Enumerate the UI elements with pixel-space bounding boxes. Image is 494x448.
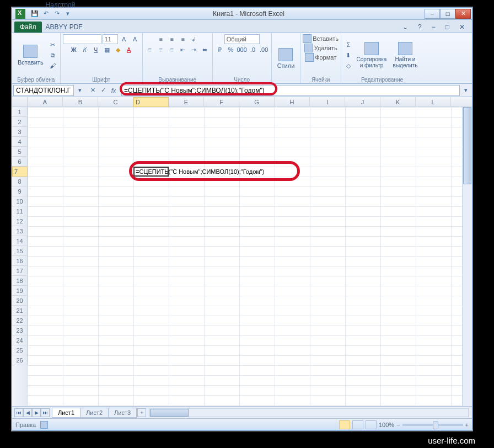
font-size-select[interactable]: 11	[103, 34, 118, 44]
help-icon[interactable]: ?	[414, 22, 426, 33]
view-pagebreak-button[interactable]	[366, 420, 377, 429]
sort-filter-button[interactable]: Сортировка и фильтр	[355, 41, 389, 70]
row-header-1[interactable]: 1	[12, 107, 28, 117]
record-macro-icon[interactable]	[40, 421, 48, 429]
row-header-23[interactable]: 23	[12, 326, 28, 335]
column-header-B[interactable]: B	[63, 97, 98, 106]
format-painter-icon[interactable]: 🖌	[48, 61, 58, 71]
sheet-nav-first[interactable]: ⏮	[14, 408, 23, 417]
row-header-12[interactable]: 12	[12, 216, 28, 226]
row-header-5[interactable]: 5	[12, 147, 28, 157]
vscroll-thumb[interactable]	[463, 107, 471, 184]
row-header-22[interactable]: 22	[12, 316, 28, 326]
column-header-E[interactable]: E	[169, 97, 204, 106]
fx-button[interactable]: fx	[109, 86, 119, 95]
row-header-20[interactable]: 20	[12, 296, 28, 306]
row-header-19[interactable]: 19	[12, 286, 28, 296]
delete-cells-button[interactable]: Удалить	[314, 45, 337, 51]
column-header-J[interactable]: J	[345, 97, 380, 106]
row-header-21[interactable]: 21	[12, 306, 28, 316]
row-header-3[interactable]: 3	[12, 127, 28, 137]
align-bot-icon[interactable]: ≡	[178, 34, 188, 44]
hscroll-thumb[interactable]	[150, 409, 189, 417]
vertical-scrollbar[interactable]	[462, 107, 472, 406]
fill-icon[interactable]: ⬇	[343, 50, 353, 60]
inc-dec-icon[interactable]: .0	[248, 45, 258, 55]
cells-area[interactable]: =СЦЕПИТЬ("С Новым";СИМВОЛ(10);"Годом")	[28, 107, 462, 406]
clear-icon[interactable]: ◇	[343, 61, 353, 71]
column-header-G[interactable]: G	[239, 97, 275, 106]
row-header-13[interactable]: 13	[12, 226, 28, 236]
subwin-min-btn[interactable]: −	[428, 22, 439, 33]
paste-button[interactable]: Вставить	[14, 44, 47, 67]
row-header-15[interactable]: 15	[12, 246, 28, 256]
row-header-18[interactable]: 18	[12, 276, 28, 286]
maximize-button[interactable]: □	[440, 9, 455, 19]
cut-icon[interactable]: ✂	[48, 40, 58, 50]
insert-cells-button[interactable]: Вставить	[313, 35, 339, 42]
align-top-icon[interactable]: ≡	[156, 34, 166, 44]
zoom-in-button[interactable]: +	[465, 422, 469, 428]
cancel-formula-button[interactable]: ✕	[88, 86, 98, 95]
row-header-8[interactable]: 8	[12, 177, 28, 186]
formula-input[interactable]: =СЦЕПИТЬ("С Новым";СИМВОЛ(10);"Годом")	[121, 85, 460, 96]
minimize-button[interactable]: −	[425, 9, 440, 19]
undo-button[interactable]: ↶	[41, 9, 51, 19]
namebox-dropdown-icon[interactable]: ▾	[75, 86, 85, 95]
indent-dec-icon[interactable]: ⇤	[178, 45, 188, 55]
row-header-4[interactable]: 4	[12, 137, 28, 147]
enter-formula-button[interactable]: ✓	[98, 86, 108, 95]
find-select-button[interactable]: Найти и выделить	[390, 41, 421, 70]
qat-more-icon[interactable]: ▾	[63, 9, 73, 19]
sheet-nav-prev[interactable]: ◀	[23, 408, 32, 417]
tab-abbyy pdf[interactable]: ABBYY PDF	[42, 22, 87, 33]
align-mid-icon[interactable]: ≡	[167, 34, 177, 44]
column-header-I[interactable]: I	[310, 97, 345, 106]
wrap-icon[interactable]: ↲	[189, 34, 199, 44]
select-all-corner[interactable]	[12, 97, 28, 106]
format-cells-button[interactable]: Формат	[315, 54, 336, 61]
border-icon[interactable]: ▦	[102, 45, 112, 55]
add-sheet-button[interactable]: +	[137, 408, 146, 417]
column-header-D[interactable]: D	[133, 97, 169, 107]
sheet-tab-Лист3[interactable]: Лист3	[108, 408, 137, 418]
row-header-14[interactable]: 14	[12, 236, 28, 246]
file-tab[interactable]: Файл	[14, 22, 42, 33]
row-header-24[interactable]: 24	[12, 335, 28, 345]
subwin-min-icon[interactable]: ⌄	[399, 22, 412, 33]
align-left-icon[interactable]: ≡	[145, 45, 155, 55]
row-header-10[interactable]: 10	[12, 196, 28, 206]
redo-button[interactable]: ↷	[52, 9, 62, 19]
subwin-close-btn[interactable]: ✕	[455, 22, 469, 33]
comma-icon[interactable]: 000	[237, 45, 247, 55]
italic-button[interactable]: К	[80, 45, 90, 55]
underline-button[interactable]: Ч	[91, 45, 101, 55]
horizontal-scrollbar[interactable]	[149, 408, 469, 417]
dec-dec-icon[interactable]: .00	[259, 45, 269, 55]
zoom-slider[interactable]	[402, 424, 463, 426]
sheet-tab-Лист2[interactable]: Лист2	[80, 408, 109, 418]
save-button[interactable]: 💾	[30, 9, 40, 19]
row-header-2[interactable]: 2	[12, 117, 28, 127]
styles-button[interactable]: Стили	[274, 47, 298, 70]
bold-button[interactable]: Ж	[69, 45, 79, 55]
name-box[interactable]: СТАНДОТКЛОН.Г	[13, 85, 74, 96]
indent-inc-icon[interactable]: ⇥	[189, 45, 199, 55]
font-color-icon[interactable]: A	[124, 45, 134, 55]
row-header-17[interactable]: 17	[12, 266, 28, 276]
align-center-icon[interactable]: ≡	[156, 45, 166, 55]
subwin-restore-btn[interactable]: □	[442, 22, 453, 33]
number-format-select[interactable]: Общий	[224, 34, 260, 44]
shrink-font-icon[interactable]: A	[130, 34, 140, 44]
currency-icon[interactable]: ₽	[215, 45, 225, 55]
view-normal-button[interactable]	[339, 420, 350, 429]
row-header-11[interactable]: 11	[12, 206, 28, 216]
row-header-16[interactable]: 16	[12, 256, 28, 266]
expand-formula-bar-icon[interactable]: ▾	[461, 86, 471, 95]
row-header-9[interactable]: 9	[12, 186, 28, 196]
autosum-icon[interactable]: Σ	[343, 40, 353, 50]
view-pagelayout-button[interactable]	[352, 420, 363, 429]
align-right-icon[interactable]: ≡	[167, 45, 177, 55]
percent-icon[interactable]: %	[226, 45, 236, 55]
grow-font-icon[interactable]: A	[119, 34, 129, 44]
